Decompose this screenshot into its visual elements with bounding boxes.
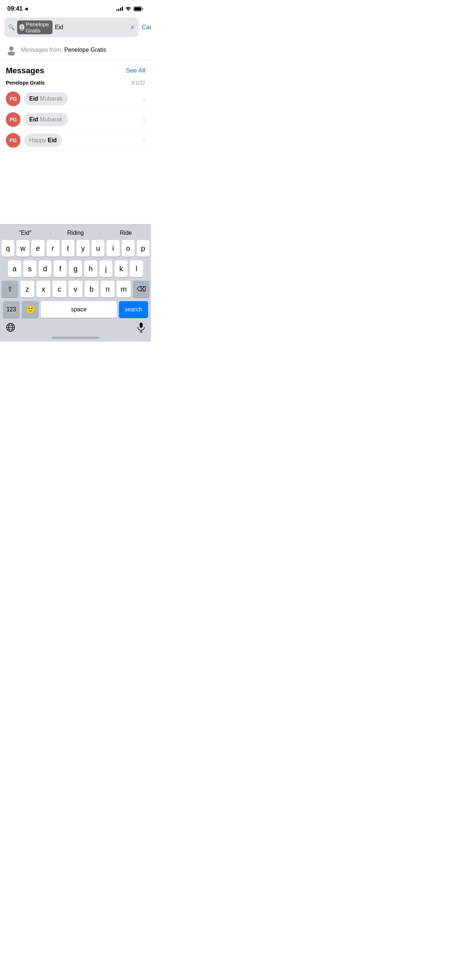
predictive-word-3[interactable]: Ride <box>100 230 151 236</box>
key-x[interactable]: x <box>37 281 50 298</box>
status-bar: 09:41 ◀ <box>0 0 151 14</box>
message-result-3[interactable]: PG Happy Eid › <box>0 130 151 151</box>
normal-1: Mubarak <box>38 95 63 102</box>
message-bubble-2: Eid Mubarak <box>24 113 68 126</box>
key-m[interactable]: m <box>117 281 131 298</box>
key-q[interactable]: q <box>2 240 14 257</box>
key-row-3: ⇧ z x c v b n m ⌫ <box>2 281 150 298</box>
avatar-pg-1: PG <box>6 92 21 106</box>
highlight-1: Eid <box>29 95 38 102</box>
emoji-key[interactable]: 🙂 <box>22 301 39 318</box>
key-w[interactable]: w <box>16 240 29 257</box>
suggestion-text: Messages from: Penelope Gratis <box>21 47 106 53</box>
svg-rect-3 <box>134 7 141 11</box>
key-row-2: a s d f g h j k l <box>2 260 150 277</box>
message-result-2[interactable]: PG Eid Mubarak › <box>0 110 151 130</box>
search-key[interactable]: search <box>119 301 148 318</box>
key-n[interactable]: n <box>100 281 115 298</box>
predictive-word-2[interactable]: Riding <box>50 230 100 236</box>
key-l[interactable]: l <box>130 260 143 277</box>
home-indicator <box>0 334 151 340</box>
num-key[interactable]: 123 <box>3 301 20 318</box>
predictive-bar: "Eid" Riding Ride <box>0 228 151 240</box>
key-u[interactable]: u <box>91 240 104 257</box>
cancel-button[interactable]: Cancel <box>139 24 151 31</box>
home-bar <box>52 337 99 339</box>
search-bar-container: 🔍 Penelope Gratis ✕ Cancel <box>0 14 151 40</box>
svg-point-7 <box>8 51 15 56</box>
key-k[interactable]: k <box>115 260 128 277</box>
key-a[interactable]: a <box>8 260 21 277</box>
suggestion-row[interactable]: Messages from: Penelope Gratis <box>0 40 151 60</box>
predictive-word-1[interactable]: "Eid" <box>0 230 50 236</box>
key-e[interactable]: e <box>31 240 44 257</box>
see-all-button[interactable]: See All <box>126 67 145 75</box>
search-input[interactable] <box>55 24 128 30</box>
status-time: 09:41 <box>7 5 22 13</box>
accessory-row <box>0 320 151 334</box>
normal-2: Mubarak <box>38 116 63 123</box>
highlight-2: Eid <box>29 116 38 123</box>
bubble-wrap-3: Happy Eid <box>24 134 136 147</box>
key-c[interactable]: c <box>53 281 66 298</box>
space-key[interactable]: space <box>41 301 117 318</box>
location-arrow-icon: ◀ <box>24 6 28 11</box>
key-y[interactable]: y <box>77 240 89 257</box>
status-icons <box>116 6 144 11</box>
key-j[interactable]: j <box>100 260 113 277</box>
key-t[interactable]: t <box>62 240 74 257</box>
backspace-key[interactable]: ⌫ <box>133 281 150 298</box>
signal-icon <box>116 6 123 11</box>
chevron-icon-3: › <box>140 137 145 145</box>
battery-icon <box>134 6 144 11</box>
search-bar[interactable]: 🔍 Penelope Gratis ✕ <box>4 18 139 37</box>
avatar-pg-3: PG <box>6 133 21 148</box>
svg-point-0 <box>128 10 129 11</box>
key-v[interactable]: v <box>69 281 83 298</box>
key-g[interactable]: g <box>69 260 82 277</box>
key-o[interactable]: o <box>122 240 135 257</box>
section-header: Messages See All <box>0 60 151 78</box>
svg-point-5 <box>20 28 24 30</box>
key-i[interactable]: i <box>107 240 119 257</box>
search-icon: 🔍 <box>8 24 15 30</box>
message-bubble-1: Eid Mubarak <box>24 92 68 105</box>
pre-3: Happy <box>29 137 48 143</box>
svg-rect-13 <box>140 323 143 328</box>
key-r[interactable]: r <box>47 240 59 257</box>
wifi-icon <box>125 6 131 11</box>
clear-icon[interactable]: ✕ <box>130 24 135 31</box>
chevron-icon-2: › <box>140 116 145 124</box>
keyboard: "Eid" Riding Ride q w e r t y u i o p a … <box>0 224 151 342</box>
search-token-contact[interactable]: Penelope Gratis <box>17 21 53 34</box>
key-h[interactable]: h <box>84 260 97 277</box>
section-title: Messages <box>6 66 44 75</box>
key-row-1: q w e r t y u i o p <box>2 240 150 257</box>
key-rows: q w e r t y u i o p a s d f g h j k l ⇧ … <box>0 240 151 318</box>
svg-point-6 <box>9 46 13 51</box>
key-d[interactable]: d <box>39 260 52 277</box>
person-icon <box>6 45 17 56</box>
key-b[interactable]: b <box>85 281 99 298</box>
message-bubble-3: Happy Eid <box>24 134 62 147</box>
avatar-pg-2: PG <box>6 112 21 127</box>
highlight-3: Eid <box>48 137 57 143</box>
token-contact-name: Penelope Gratis <box>26 21 50 33</box>
key-s[interactable]: s <box>23 260 37 277</box>
globe-icon[interactable] <box>6 323 15 332</box>
contact-name: Penelope Gratis <box>6 80 45 86</box>
bubble-wrap-1: Eid Mubarak <box>24 92 136 105</box>
key-p[interactable]: p <box>137 240 150 257</box>
suggestion-contact: Penelope Gratis <box>64 47 106 53</box>
microphone-icon[interactable] <box>137 322 145 332</box>
blank-area <box>0 151 151 224</box>
bottom-row: 123 🙂 space search <box>2 301 150 318</box>
shift-key[interactable]: ⇧ <box>2 281 18 298</box>
contact-row: Penelope Gratis 3/1/22 <box>0 78 151 89</box>
key-z[interactable]: z <box>21 281 34 298</box>
message-result-1[interactable]: PG Eid Mubarak › <box>0 89 151 110</box>
key-f[interactable]: f <box>54 260 67 277</box>
contact-date: 3/1/22 <box>131 80 145 86</box>
bubble-wrap-2: Eid Mubarak <box>24 113 136 126</box>
token-avatar-icon <box>19 24 24 30</box>
